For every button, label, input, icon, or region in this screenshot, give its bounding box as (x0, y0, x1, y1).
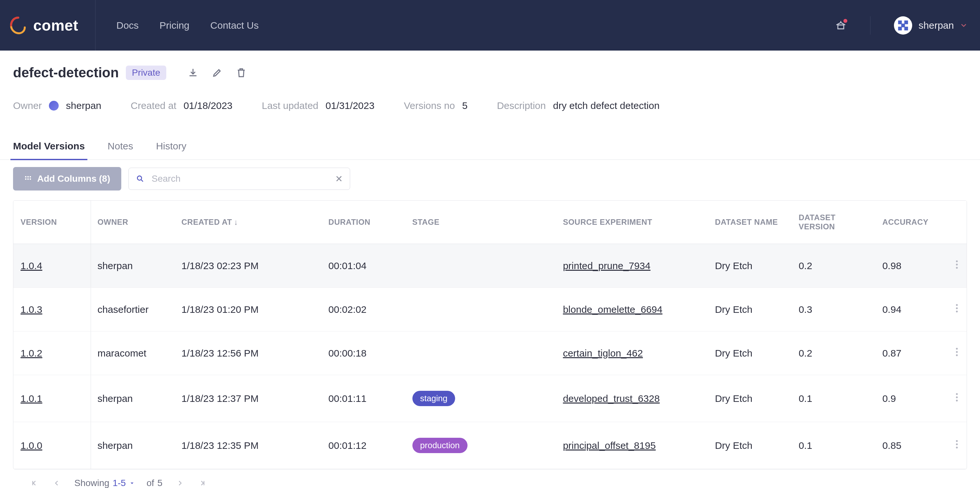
cell-dsver: 0.1 (792, 375, 876, 422)
globe-icon (49, 101, 59, 111)
col-created[interactable]: CREATED AT↓ (175, 201, 322, 244)
meta-label: Description (497, 100, 546, 111)
meta-value: sherpan (66, 100, 101, 111)
tab-notes[interactable]: Notes (108, 140, 133, 159)
pg-of: of (146, 478, 154, 488)
cell-stage (406, 332, 557, 375)
columns-icon (24, 175, 32, 183)
pagination: Showing 1-5 of 5 (0, 469, 980, 488)
download-icon[interactable] (188, 67, 198, 78)
cell-created: 1/18/23 12:56 PM (175, 332, 322, 375)
table-header-row: VERSION OWNER CREATED AT↓ DURATION STAGE… (13, 201, 967, 244)
page-prev-icon[interactable] (51, 478, 62, 488)
trash-icon[interactable] (236, 67, 247, 78)
cell-stage: staging (406, 375, 557, 422)
cell-experiment: certain_tiglon_462 (557, 332, 708, 375)
clear-icon[interactable]: ✕ (335, 174, 343, 184)
svg-point-16 (956, 263, 958, 266)
divider (870, 16, 870, 35)
cell-created: 1/18/23 02:23 PM (175, 244, 322, 288)
col-dsver[interactable]: DATASET VERSION (792, 201, 876, 244)
cell-duration: 00:00:18 (322, 332, 406, 375)
cell-dataset: Dry Etch (708, 244, 792, 288)
svg-rect-7 (904, 26, 908, 30)
svg-point-26 (956, 400, 958, 402)
page-last-icon[interactable] (197, 478, 208, 488)
experiment-link[interactable]: blonde_omelette_6694 (563, 304, 662, 315)
cell-experiment: printed_prune_7934 (557, 244, 708, 288)
table-row[interactable]: 1.0.4sherpan1/18/23 02:23 PM00:01:04prin… (13, 244, 967, 288)
page-first-icon[interactable] (29, 478, 39, 488)
nav-link-docs[interactable]: Docs (116, 20, 138, 31)
svg-point-21 (956, 348, 958, 350)
svg-point-17 (956, 267, 958, 269)
add-columns-button[interactable]: Add Columns (8) (13, 167, 121, 190)
tab-model-versions[interactable]: Model Versions (13, 140, 85, 159)
notifications-icon[interactable] (835, 19, 847, 31)
search-box[interactable]: ✕ (129, 167, 350, 190)
col-accuracy[interactable]: ACCURACY (876, 201, 947, 244)
col-dataset[interactable]: DATASET NAME (708, 201, 792, 244)
version-link[interactable]: 1.0.0 (21, 440, 42, 451)
svg-point-27 (956, 440, 958, 442)
meta-versions: Versions no 5 (404, 100, 468, 111)
meta-row: Owner sherpan Created at 01/18/2023 Last… (13, 100, 967, 111)
cell-dsver: 0.1 (792, 422, 876, 469)
svg-rect-11 (25, 179, 26, 180)
row-menu-icon[interactable] (947, 375, 967, 422)
row-menu-icon[interactable] (947, 422, 967, 469)
col-stage[interactable]: STAGE (406, 201, 557, 244)
row-menu-icon[interactable] (947, 288, 967, 332)
nav-link-contact[interactable]: Contact Us (210, 20, 259, 31)
svg-point-28 (956, 443, 958, 445)
version-link[interactable]: 1.0.4 (21, 260, 42, 271)
version-link[interactable]: 1.0.2 (21, 348, 42, 359)
pg-total: 5 (158, 478, 163, 488)
col-owner[interactable]: OWNER (91, 201, 175, 244)
cell-accuracy: 0.85 (876, 422, 947, 469)
logo[interactable]: comet (0, 0, 95, 51)
experiment-link[interactable]: certain_tiglon_462 (563, 348, 643, 359)
experiment-link[interactable]: developed_trust_6328 (563, 393, 660, 404)
experiment-link[interactable]: principal_offset_8195 (563, 440, 656, 451)
topnav: comet Docs Pricing Contact Us sherpan (0, 0, 980, 51)
col-experiment[interactable]: SOURCE EXPERIMENT (557, 201, 708, 244)
col-duration[interactable]: DURATION (322, 201, 406, 244)
logo-icon (9, 16, 27, 35)
user-menu[interactable]: sherpan (894, 16, 967, 35)
page-next-icon[interactable] (175, 478, 185, 488)
meta-label: Versions no (404, 100, 455, 111)
pg-range[interactable]: 1-5 (113, 478, 126, 488)
pg-range-chevron-icon[interactable] (129, 478, 135, 488)
page-header: defect-detection Private Owner sherpan C… (0, 51, 980, 115)
search-input[interactable] (151, 174, 328, 184)
row-menu-icon[interactable] (947, 244, 967, 288)
cell-experiment: developed_trust_6328 (557, 375, 708, 422)
svg-rect-9 (27, 176, 29, 177)
table-row[interactable]: 1.0.1sherpan1/18/23 12:37 PM00:01:11stag… (13, 375, 967, 422)
row-menu-icon[interactable] (947, 332, 967, 375)
edit-icon[interactable] (212, 67, 222, 78)
cell-accuracy: 0.98 (876, 244, 947, 288)
version-link[interactable]: 1.0.3 (21, 304, 42, 315)
cell-owner: sherpan (91, 375, 175, 422)
title-row: defect-detection Private (13, 65, 967, 81)
col-version[interactable]: VERSION (13, 201, 91, 244)
tab-history[interactable]: History (156, 140, 186, 159)
table-row[interactable]: 1.0.3chasefortier1/18/23 01:20 PM00:02:0… (13, 288, 967, 332)
nav-link-pricing[interactable]: Pricing (159, 20, 189, 31)
svg-rect-8 (25, 176, 26, 177)
cell-duration: 00:01:12 (322, 422, 406, 469)
meta-label: Created at (131, 100, 177, 111)
table-row[interactable]: 1.0.0sherpan1/18/23 12:35 PM00:01:12prod… (13, 422, 967, 469)
col-actions (947, 201, 967, 244)
version-link[interactable]: 1.0.1 (21, 393, 42, 404)
cell-dataset: Dry Etch (708, 288, 792, 332)
experiment-link[interactable]: printed_prune_7934 (563, 260, 651, 271)
pg-showing: Showing (74, 478, 109, 488)
cell-owner: chasefortier (91, 288, 175, 332)
visibility-badge: Private (126, 65, 166, 80)
svg-point-23 (956, 354, 958, 356)
stage-pill: staging (412, 391, 455, 406)
table-row[interactable]: 1.0.2maracomet1/18/23 12:56 PM00:00:18ce… (13, 332, 967, 375)
